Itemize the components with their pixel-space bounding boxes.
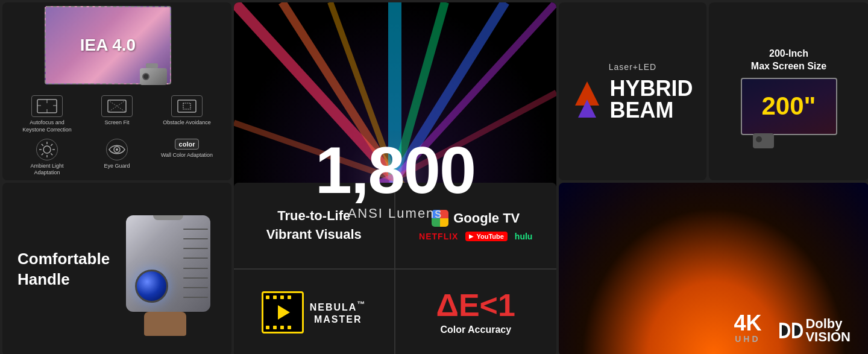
cell-4k-content: 4K UHD <box>559 183 868 354</box>
delta-e-symbol: ΔΕ<1 <box>436 289 515 321</box>
ambient-item: Ambient LightAdaptation <box>14 139 80 177</box>
autofocus-item: Autofocus andKeystone Correction <box>14 95 80 133</box>
svg-rect-7 <box>183 103 190 109</box>
nebula-text-block: NEBULA™ MASTER <box>310 300 366 325</box>
wallcolor-item: color Wall Color Adaptation <box>154 139 219 177</box>
autofocus-icon <box>31 95 63 117</box>
dolby-logo: Dolby VISION <box>779 317 851 344</box>
hulu-logo: hulu <box>515 232 533 241</box>
eyeguard-icon <box>106 139 128 160</box>
svg-rect-35 <box>792 323 794 338</box>
cell-200: 200-InchMax Screen Size 200" <box>709 2 868 180</box>
svg-line-13 <box>42 144 43 145</box>
dolby-dd-icon <box>779 323 803 338</box>
svg-line-14 <box>51 153 52 155</box>
svg-point-18 <box>116 148 118 151</box>
streaming-logos: NETFLIX ▶ YouTube hulu <box>419 232 532 241</box>
nebula-film-icon <box>262 291 304 333</box>
cell-hybrid: Laser+LED HYBRID BEAM <box>559 2 706 180</box>
netflix-logo: NETFLIX <box>419 232 458 241</box>
nebula-play-icon <box>278 305 290 320</box>
delta-e-container: ΔΕ<1 Color Accuracy <box>436 289 515 335</box>
badge-4k: 4K UHD <box>734 312 761 344</box>
badge-4k-top: 4K <box>734 312 761 334</box>
wallcolor-badge: color <box>175 139 200 150</box>
lumens-content: 1,800 ANSI Lumens <box>315 137 475 221</box>
cell-handle: Comfortable Handle <box>2 183 231 354</box>
eyeguard-label: Eye Guard <box>104 163 130 170</box>
eyeguard-item: Eye Guard <box>84 139 149 177</box>
youtube-label: YouTube <box>476 233 503 240</box>
nebula-tm: ™ <box>357 300 366 309</box>
lumens-number: 1,800 <box>315 137 475 203</box>
vision-word: VISION <box>805 330 851 344</box>
handle-projector-image <box>126 215 222 324</box>
hybrid-visual: HYBRID BEAM <box>572 78 693 121</box>
nebula-title-line2: MASTER <box>310 314 366 325</box>
svg-line-15 <box>51 144 52 145</box>
obstacle-label: Obstacle Avoidance <box>163 119 210 127</box>
ambient-icon <box>36 139 58 160</box>
size-display: 200" <box>741 78 837 135</box>
svg-point-8 <box>43 146 51 153</box>
main-grid: IEA 4.0 <box>0 0 868 354</box>
subcell-nebula: NEBULA™ MASTER <box>234 270 395 355</box>
obstacle-item: Obstacle Avoidance <box>154 95 219 133</box>
screenfit-label: Screen Fit <box>104 119 129 127</box>
cell-4k: 4K UHD <box>559 183 868 354</box>
iea-label: IEA 4.0 <box>80 36 136 55</box>
svg-line-16 <box>42 153 43 155</box>
iea-screen-container: IEA 4.0 <box>45 6 189 84</box>
hybrid-text-block: HYBRID BEAM <box>609 78 693 121</box>
svg-rect-34 <box>779 323 782 338</box>
screenfit-icon <box>101 95 133 117</box>
youtube-badge: ▶ YouTube <box>465 232 507 241</box>
wallcolor-label: Wall Color Adaptation <box>161 152 213 159</box>
youtube-play-icon: ▶ <box>469 233 474 239</box>
size-projector-icon <box>753 133 774 148</box>
iea-projector-icon <box>140 68 170 89</box>
icons-grid: Autofocus andKeystone Correction Screen … <box>14 95 219 177</box>
hybrid-subtitle: Laser+LED <box>609 62 656 72</box>
cell-iea: IEA 4.0 <box>2 2 231 180</box>
lumens-unit: ANSI Lumens <box>315 206 475 221</box>
screenfit-item: Screen Fit <box>84 95 149 133</box>
hybrid-triangle-icon <box>572 81 602 118</box>
svg-rect-6 <box>178 100 196 112</box>
hybrid-text-beam: BEAM <box>609 100 693 121</box>
dolby-word: Dolby <box>805 317 851 330</box>
autofocus-label: Autofocus andKeystone Correction <box>22 119 72 133</box>
subcell-delta-e: ΔΕ<1 Color Accuracy <box>395 270 557 355</box>
dolby-text-group: Dolby VISION <box>805 317 851 344</box>
ambient-label: Ambient LightAdaptation <box>30 163 63 177</box>
iea-screen: IEA 4.0 <box>45 6 171 84</box>
size-screen: 200" <box>741 78 837 135</box>
badge-4k-bottom: UHD <box>735 334 760 344</box>
nebula-title-line1: NEBULA™ <box>310 300 366 314</box>
obstacle-icon <box>171 95 203 117</box>
dolby-badge: Dolby VISION <box>779 317 851 344</box>
handle-text: Comfortable Handle <box>17 249 110 290</box>
size-title: 200-InchMax Screen Size <box>751 48 826 73</box>
delta-e-label: Color Accuracy <box>440 324 511 335</box>
size-number: 200" <box>762 92 816 121</box>
nebula-container: NEBULA™ MASTER <box>262 291 366 333</box>
hybrid-text-hybrid: HYBRID <box>609 78 693 100</box>
